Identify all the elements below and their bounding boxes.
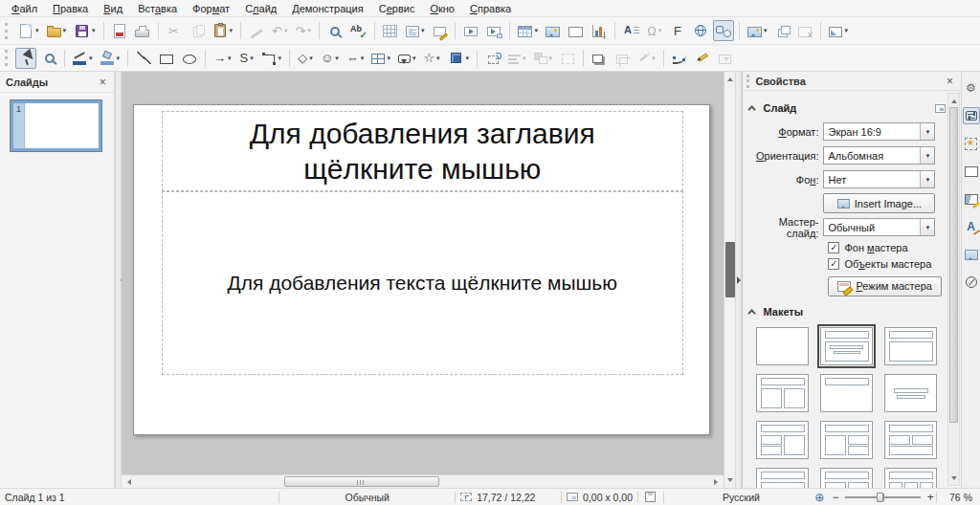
slide-section-header[interactable]: Слайд (750, 99, 946, 118)
background-select[interactable]: Нет ▼ (823, 170, 935, 188)
dropdown-arrow-icon[interactable]: ▾ (117, 55, 121, 62)
ellipse-icon[interactable] (179, 48, 200, 69)
dropdown-arrow-icon[interactable]: ▾ (436, 55, 440, 62)
layout-option-six-content[interactable] (884, 468, 937, 488)
slide-thumbnail-1[interactable]: 1 (10, 99, 102, 152)
save-status[interactable] (638, 489, 663, 505)
slide-canvas[interactable]: Для добавления заглавия щёлкните мышью Д… (133, 104, 710, 435)
format-select[interactable]: Экран 16:9 ▼ (823, 122, 935, 141)
layout-option-centered-text[interactable] (884, 374, 937, 412)
scroll-down-icon[interactable] (947, 473, 960, 485)
flowchart-shapes-icon[interactable]: ▾ (368, 48, 393, 69)
dropdown-arrow-icon[interactable]: ▾ (466, 55, 470, 62)
horizontal-scrollbar-thumb[interactable] (284, 476, 439, 487)
insert-comment-icon[interactable] (429, 20, 450, 41)
fill-color-icon[interactable]: ▾ (98, 48, 123, 69)
open-file-icon[interactable]: ▾ (44, 20, 70, 41)
dropdown-arrow-icon[interactable]: ▾ (250, 55, 254, 62)
layout-option-content-two-content[interactable] (820, 421, 873, 459)
dropdown-arrow-icon[interactable]: ▾ (35, 27, 39, 34)
tab-master-slides[interactable] (963, 163, 980, 180)
lines-arrows-icon[interactable]: →▾ (211, 48, 234, 69)
slide-layout-icon[interactable]: ▾ (826, 20, 851, 41)
new-document-icon[interactable]: ▾ (15, 20, 42, 41)
content-placeholder[interactable]: Для добавления текста щёлкните мышью (162, 191, 683, 375)
tab-slide-transition[interactable] (963, 190, 980, 208)
dropdown-arrow-icon[interactable]: ▾ (307, 27, 311, 34)
dropdown-arrow-icon[interactable]: ▾ (652, 55, 656, 62)
menu-view[interactable]: Вид (96, 2, 130, 15)
dropdown-arrow-icon[interactable]: ▾ (230, 27, 234, 34)
toolbar-grip[interactable] (5, 50, 10, 66)
dropdown-arrow-icon[interactable]: ▾ (534, 27, 538, 34)
hyperlink-icon[interactable] (690, 20, 711, 41)
tab-animation[interactable] (963, 135, 980, 152)
title-placeholder[interactable]: Для добавления заглавия щёлкните мышью (162, 111, 683, 191)
master-background-checkbox[interactable]: ✓ (828, 242, 839, 253)
dropdown-arrow-icon[interactable]: ▾ (764, 27, 768, 34)
display-grid-icon[interactable] (380, 20, 401, 41)
dropdown-arrow-icon[interactable]: ▾ (284, 27, 288, 34)
menu-tools[interactable]: Сервис (371, 2, 423, 15)
dropdown-arrow-icon[interactable]: ▾ (309, 55, 313, 62)
dropdown-arrow-icon[interactable]: ▾ (387, 55, 390, 62)
master-mode-button[interactable]: Режим мастера (828, 276, 941, 296)
spelling-icon[interactable] (347, 20, 369, 41)
layout-option-two-content-over-content[interactable] (884, 421, 937, 459)
zoom-slider[interactable] (845, 496, 922, 498)
scroll-up-icon[interactable] (947, 94, 960, 105)
insert-image-icon[interactable] (543, 20, 564, 41)
3d-objects-icon[interactable]: ▾ (445, 48, 473, 69)
insert-media-icon[interactable]: ▾ (745, 20, 770, 41)
sidebar-scrollbar-thumb[interactable] (949, 107, 958, 423)
find-replace-icon[interactable] (324, 20, 345, 41)
insert-textbox-icon[interactable] (620, 20, 642, 41)
chevron-down-icon[interactable]: ▼ (920, 171, 934, 187)
tab-navigator[interactable] (963, 274, 980, 291)
edit-points-icon[interactable] (669, 48, 690, 69)
block-arrows-icon[interactable]: ⇔▾ (344, 48, 368, 69)
sidebar-splitter[interactable] (735, 72, 742, 488)
menu-edit[interactable]: Правка (45, 2, 96, 15)
zoom-in-button[interactable]: + (924, 492, 936, 503)
fontwork-icon[interactable]: F (667, 20, 688, 41)
show-draw-functions-icon[interactable] (713, 20, 734, 41)
zoom-pan-icon[interactable] (38, 48, 59, 69)
dropdown-arrow-icon[interactable]: ▾ (228, 55, 232, 62)
scroll-left-icon[interactable] (122, 476, 134, 488)
sidebar-scrollbar[interactable] (947, 93, 960, 486)
start-from-first-slide-icon[interactable] (460, 20, 481, 41)
menu-slide[interactable]: Слайд (237, 2, 284, 15)
dropdown-arrow-icon[interactable]: ▾ (63, 27, 67, 34)
zoom-level-label[interactable]: 76 % (937, 489, 980, 505)
tab-styles[interactable]: A (963, 218, 980, 235)
dropdown-arrow-icon[interactable]: ▾ (278, 55, 282, 62)
duplicate-slide-icon[interactable] (771, 20, 792, 41)
master-slide-select[interactable]: Обычный ▼ (823, 218, 935, 236)
sidebar-grip[interactable] (746, 75, 750, 88)
dropdown-arrow-icon[interactable]: ▾ (658, 27, 662, 34)
curves-polygons-icon[interactable]: S▾ (236, 48, 257, 69)
dropdown-arrow-icon[interactable]: ▾ (549, 55, 553, 62)
dropdown-arrow-icon[interactable]: ▾ (89, 55, 93, 62)
tab-gallery[interactable] (963, 246, 980, 263)
connectors-icon[interactable]: ▾ (259, 48, 285, 69)
chevron-down-icon[interactable]: ▼ (920, 147, 934, 164)
insert-image-button[interactable]: Insert Image... (823, 193, 935, 213)
layout-option-title-two-content[interactable] (756, 374, 809, 412)
vertical-scrollbar[interactable] (724, 72, 736, 488)
layout-option-title-only[interactable] (820, 374, 873, 412)
chevron-down-icon[interactable]: ▼ (920, 219, 934, 235)
dropdown-arrow-icon[interactable]: ▾ (844, 27, 848, 34)
dropdown-arrow-icon[interactable]: ▾ (335, 55, 339, 62)
sidebar-settings-icon[interactable]: ⚙ (963, 79, 980, 97)
zoom-out-button[interactable]: − (830, 492, 841, 503)
glue-points-icon[interactable] (692, 48, 713, 69)
layout-option-four-content[interactable] (820, 468, 873, 488)
dropdown-arrow-icon[interactable]: ▾ (92, 27, 96, 34)
symbol-shapes-icon[interactable]: ☺▾ (318, 48, 342, 69)
menu-format[interactable]: Формат (185, 2, 237, 15)
start-from-current-slide-icon[interactable] (483, 20, 504, 41)
shadow-icon[interactable] (589, 48, 610, 69)
insert-table-icon[interactable]: ▾ (515, 20, 541, 41)
